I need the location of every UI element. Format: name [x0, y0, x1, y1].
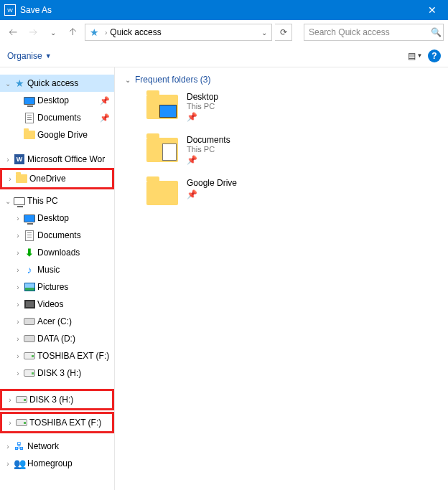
sidebar-item-drive-f[interactable]: › TOSHIBA EXT (F:) [0, 347, 114, 364]
titlebar: W Save As ✕ [0, 0, 448, 20]
sidebar-label: Documents [36, 230, 81, 240]
chevron-down-icon[interactable]: ⌄ [125, 76, 131, 84]
highlight-disk3: › DISK 3 (H:) [0, 389, 114, 410]
sidebar-label: Downloads [36, 248, 80, 258]
expand-icon[interactable]: › [5, 396, 15, 404]
search-input[interactable] [304, 24, 444, 41]
sidebar-item-drive-h[interactable]: › DISK 3 (H:) [0, 364, 114, 382]
pin-icon: 📌 [187, 189, 237, 199]
sidebar-item-homegroup[interactable]: › 👥 Homegroup [0, 455, 114, 472]
expand-icon[interactable]: › [13, 249, 23, 257]
network-icon: 🖧 [13, 440, 26, 452]
expand-icon[interactable]: › [13, 352, 23, 360]
expand-icon[interactable]: › [3, 443, 13, 451]
expand-icon[interactable]: › [13, 283, 23, 291]
sidebar-label: Microsoft Office Wor [26, 154, 105, 164]
folder-item-desktop[interactable]: Desktop This PC 📌 [146, 92, 438, 122]
sidebar-label: Pictures [36, 282, 68, 292]
main-panel: ⌄ Frequent folders (3) Desktop This PC 📌… [115, 67, 448, 490]
expand-icon[interactable]: › [5, 175, 15, 183]
sidebar-item-google-drive[interactable]: Google Drive [0, 126, 114, 143]
view-icon: ▤ [408, 51, 416, 61]
sidebar-label: TOSHIBA EXT (F:) [36, 351, 109, 361]
drive-icon [23, 352, 36, 359]
sidebar-label: DISK 3 (H:) [28, 395, 73, 405]
highlight-toshiba: › TOSHIBA EXT (F:) [0, 412, 114, 433]
help-button[interactable]: ? [428, 50, 441, 62]
sidebar-item-documents[interactable]: Documents 📌 [0, 109, 114, 126]
up-button[interactable]: 🡡 [65, 24, 82, 41]
close-button[interactable]: ✕ [416, 0, 448, 20]
expand-icon[interactable]: › [3, 156, 13, 164]
section-title: Frequent folders (3) [135, 75, 210, 85]
expand-icon[interactable]: › [13, 318, 23, 326]
folder-name: Google Drive [187, 178, 237, 188]
folder-location: This PC [187, 102, 218, 110]
sidebar-label: Homegroup [26, 458, 73, 468]
sidebar-item-disk3-top[interactable]: › DISK 3 (H:) [2, 391, 112, 408]
toolbar: Organise ▼ ▤ ▼ ? [0, 44, 448, 67]
sidebar-item-pc-videos[interactable]: › Videos [0, 296, 114, 313]
content-area: ⌄ ★ Quick access Desktop 📌 Documents 📌 G… [0, 67, 448, 490]
view-options-button[interactable]: ▤ ▼ [405, 47, 425, 65]
sidebar-item-pc-downloads[interactable]: › ⬇ Downloads [0, 244, 114, 261]
sidebar-item-this-pc[interactable]: ⌄ This PC [0, 192, 114, 209]
sidebar-item-pc-desktop[interactable]: › Desktop [0, 209, 114, 227]
folder-icon [146, 181, 178, 205]
path-segment[interactable]: Quick access [110, 27, 258, 37]
sidebar-label: Network [26, 441, 59, 451]
search-wrap: 🔍 [304, 24, 444, 41]
sidebar-label: This PC [26, 196, 58, 206]
collapse-icon[interactable]: ⌄ [3, 80, 13, 88]
sidebar-item-quick-access[interactable]: ⌄ ★ Quick access [0, 75, 114, 92]
sidebar-label: DATA (D:) [36, 334, 75, 344]
desktop-icon [23, 97, 36, 105]
sidebar-item-onedrive[interactable]: › OneDrive [2, 170, 112, 187]
star-icon: ★ [13, 77, 26, 89]
chevron-right-icon[interactable]: › [102, 29, 110, 37]
address-bar[interactable]: ★ › Quick access ⌄ [85, 24, 272, 41]
sidebar-item-drive-c[interactable]: › Acer (C:) [0, 313, 114, 330]
sidebar-label: TOSHIBA EXT (F:) [28, 418, 101, 428]
expand-icon[interactable]: › [13, 215, 23, 222]
expand-icon[interactable]: › [3, 460, 13, 468]
word-icon: W [13, 154, 26, 164]
document-icon [23, 113, 36, 123]
chevron-down-icon: ▼ [45, 52, 52, 60]
app-icon: W [4, 4, 16, 16]
expand-icon[interactable]: › [5, 419, 15, 427]
sidebar-item-toshiba-top[interactable]: › TOSHIBA EXT (F:) [2, 414, 112, 431]
expand-icon[interactable]: › [13, 232, 23, 240]
nav-row: 🡠 🡢 ⌄ 🡡 ★ › Quick access ⌄ ⟳ 🔍 [0, 20, 448, 44]
folder-icon [146, 95, 178, 119]
folder-item-google-drive[interactable]: Google Drive 📌 [146, 178, 438, 205]
organise-menu[interactable]: Organise ▼ [7, 51, 52, 61]
window-title: Save As [20, 5, 416, 15]
sidebar-item-drive-d[interactable]: › DATA (D:) [0, 330, 114, 347]
section-header[interactable]: ⌄ Frequent folders (3) [125, 75, 438, 85]
sidebar-item-network[interactable]: › 🖧 Network [0, 438, 114, 455]
search-icon[interactable]: 🔍 [428, 24, 444, 41]
expand-icon[interactable]: › [13, 266, 23, 274]
recent-locations-button[interactable]: ⌄ [45, 24, 62, 41]
path-dropdown-icon[interactable]: ⌄ [258, 29, 270, 37]
desktop-icon [23, 215, 36, 222]
sidebar-item-ms-office[interactable]: › W Microsoft Office Wor [0, 151, 114, 168]
sidebar-item-pc-documents[interactable]: › Documents [0, 227, 114, 244]
sidebar-label: Quick access [26, 78, 78, 88]
collapse-icon[interactable]: ⌄ [3, 197, 13, 205]
forward-button[interactable]: 🡢 [24, 24, 42, 41]
folder-item-documents[interactable]: Documents This PC 📌 [146, 135, 438, 165]
refresh-button[interactable]: ⟳ [275, 24, 292, 41]
expand-icon[interactable]: › [13, 301, 23, 308]
expand-icon[interactable]: › [13, 369, 23, 377]
frequent-folders-list: Desktop This PC 📌 Documents This PC 📌 Go… [125, 92, 438, 205]
video-icon [23, 300, 36, 308]
sidebar-item-pc-pictures[interactable]: › Pictures [0, 278, 114, 296]
sidebar-item-pc-music[interactable]: › ♪ Music [0, 261, 114, 278]
back-button[interactable]: 🡠 [4, 24, 22, 41]
disk-icon [23, 335, 36, 342]
pin-icon: 📌 [187, 112, 218, 122]
expand-icon[interactable]: › [13, 335, 23, 343]
sidebar-item-desktop[interactable]: Desktop 📌 [0, 92, 114, 109]
